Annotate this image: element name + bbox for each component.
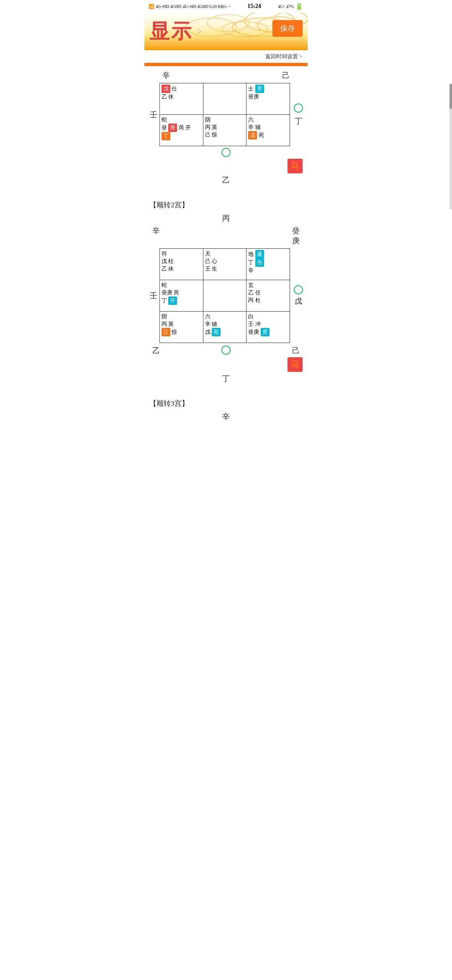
badge-si: 死 bbox=[212, 328, 221, 336]
char-zhu: 柱 bbox=[168, 258, 174, 264]
cell-mid-left: 蛇 癸 庚 芮 开 丁 bbox=[160, 115, 203, 146]
battery-icon: 🔋 bbox=[295, 3, 303, 10]
char-xin2: 心 bbox=[212, 258, 217, 264]
char-she2: 蛇 bbox=[162, 282, 167, 288]
dir2-bot-left: 乙 bbox=[150, 346, 162, 356]
section2-heading: 【顺转2宫】 bbox=[149, 200, 304, 210]
char-gui: 癸 bbox=[162, 124, 167, 131]
section2-grid-wrapper: 壬 符 戊 柱 乙 休 天 己 心 王 生 地 bbox=[148, 248, 304, 343]
status-time: 15:24 bbox=[247, 3, 261, 10]
dir2-top-right: 癸庚 bbox=[290, 226, 302, 246]
cell2-mid-mid bbox=[203, 280, 247, 312]
horse-badge-2: 马 bbox=[288, 357, 303, 372]
status-left: 📶 4G+HD 4GHD 4G+HD 4GHD 0.20 KB/s ··· bbox=[149, 4, 231, 9]
section3-heading: 【顺转3宫】 bbox=[149, 399, 304, 408]
status-carrier: 4G+HD 4GHD bbox=[156, 4, 181, 9]
char-ying2: 英 bbox=[168, 321, 174, 327]
table-row: 戊 仕 乙 休 士 景 癸庚 bbox=[160, 83, 290, 115]
return-link[interactable]: 返回时间设置 > bbox=[144, 50, 308, 63]
char-bing3: 丙 bbox=[162, 321, 167, 327]
dir3-top: 辛 bbox=[148, 412, 304, 422]
save-button[interactable]: 保存 bbox=[272, 20, 303, 37]
svg-point-5 bbox=[186, 18, 236, 36]
circle-below bbox=[221, 148, 231, 157]
circle2-below bbox=[221, 346, 231, 355]
char-fu: 辅 bbox=[255, 124, 261, 130]
table-row: 蛇 癸 庚 芮 开 丁 阴 丙 英 己 惊 六 辛 辅 bbox=[160, 115, 290, 146]
section2-grid: 符 戊 柱 乙 休 天 己 心 王 生 地 蓬 丁 bbox=[159, 248, 290, 343]
char-liu2: 六 bbox=[205, 313, 211, 320]
char-jing3: 惊 bbox=[172, 329, 177, 335]
badge-ding: 丁 bbox=[162, 132, 170, 140]
char-wang2: 壬 bbox=[248, 321, 254, 327]
char-di: 地 bbox=[248, 251, 254, 257]
section1-grid-wrapper: 壬 戊 仕 乙 休 士 景 癸庚 蛇 癸 bbox=[148, 83, 304, 146]
dir2-right: 戊 bbox=[293, 296, 304, 306]
char-ji2: 己 bbox=[205, 258, 211, 264]
circle2-right bbox=[294, 285, 303, 294]
char-yin: 阴 bbox=[205, 116, 211, 123]
char-guigen2: 癸庚 bbox=[162, 289, 172, 296]
char-xiu: 休 bbox=[168, 93, 174, 100]
header-arrow[interactable]: > bbox=[197, 26, 202, 37]
char-ji: 己 bbox=[205, 132, 211, 138]
circle-right-top bbox=[294, 103, 303, 113]
dir2-top: 丙 bbox=[148, 213, 304, 223]
char-wu3: 戊 bbox=[162, 258, 167, 264]
cell-top-right: 士 景 癸庚 bbox=[247, 83, 290, 115]
orange-divider bbox=[144, 63, 308, 66]
dir-bottom: 乙 bbox=[148, 175, 304, 185]
dir2-left: 壬 bbox=[148, 291, 159, 301]
table-row: 符 戊 柱 乙 休 天 己 心 王 生 地 蓬 丁 bbox=[160, 249, 290, 280]
char-xin3: 辛 bbox=[248, 267, 254, 273]
cell-top-left: 戊 仕 乙 休 bbox=[160, 83, 203, 115]
cell2-bot-mid: 六 辛 辅 戊 死 bbox=[203, 312, 247, 343]
badge-wu2: 戊 bbox=[248, 131, 257, 139]
char-yi3: 乙 bbox=[248, 289, 254, 296]
cell-mid-right: 六 辛 辅 戊 死 bbox=[247, 115, 290, 146]
char-chong: 冲 bbox=[255, 321, 261, 327]
dir2-bot-right: 己 bbox=[290, 346, 302, 356]
cell-top-mid bbox=[203, 83, 247, 115]
char-bing2: 丙 bbox=[248, 297, 254, 303]
badge-kai: 开 bbox=[168, 297, 177, 305]
badge-ji2: 己 bbox=[162, 328, 170, 336]
table-row: 蛇 癸庚 芮 丁 开 玄 乙 任 丙 杜 bbox=[160, 280, 290, 312]
badge-wu: 戊 bbox=[162, 85, 170, 93]
section1-grid: 戊 仕 乙 休 士 景 癸庚 蛇 癸 庚 芮 开 bbox=[159, 83, 290, 146]
signal-icon: 📶 bbox=[149, 4, 154, 9]
char-ding2: 丁 bbox=[248, 259, 254, 266]
char-yi: 乙 bbox=[162, 93, 167, 100]
cell2-top-mid: 天 己 心 王 生 bbox=[203, 249, 247, 280]
cell-mid-mid: 阴 丙 英 己 惊 bbox=[203, 115, 247, 146]
char-ying: 英 bbox=[212, 124, 217, 130]
status-bar: 📶 4G+HD 4GHD 4G+HD 4GHD 0.20 KB/s ··· 15… bbox=[144, 0, 308, 13]
char-xuan: 玄 bbox=[248, 282, 254, 288]
char-kai: 开 bbox=[185, 124, 191, 131]
dir-top-right: 己 bbox=[280, 70, 292, 80]
section3: 【顺转3宫】 辛 bbox=[144, 390, 308, 428]
cell2-bot-right: 白 壬 冲 癸庚 景 bbox=[247, 312, 290, 343]
char-she: 蛇 bbox=[162, 116, 167, 123]
char-ding3: 丁 bbox=[162, 297, 167, 304]
section2: 【顺转2宫】 丙 辛 癸庚 壬 符 戊 柱 乙 休 天 己 心 bbox=[144, 192, 308, 390]
char-guigen3: 癸庚 bbox=[248, 329, 259, 335]
char-bai: 白 bbox=[248, 313, 254, 320]
header-title: 显示 bbox=[149, 18, 193, 45]
section1: 辛 己 壬 戊 仕 乙 休 士 景 癸庚 bbox=[144, 67, 308, 192]
char-ren: 任 bbox=[255, 289, 261, 296]
char-sheng: 生 bbox=[212, 266, 217, 272]
dir-left: 壬 bbox=[148, 110, 159, 120]
char-si: 死 bbox=[259, 132, 264, 138]
badge-shang: 伤 bbox=[255, 258, 264, 267]
dir2-top-left: 辛 bbox=[150, 226, 162, 246]
dir-right: 丁 bbox=[293, 116, 304, 126]
char-rui2: 芮 bbox=[174, 289, 179, 296]
char-fu: 符 bbox=[162, 250, 167, 257]
dir2-bottom: 丁 bbox=[148, 374, 304, 384]
char-xiu2: 休 bbox=[168, 266, 174, 272]
char-bing: 丙 bbox=[205, 124, 211, 130]
cell2-mid-right: 玄 乙 任 丙 杜 bbox=[247, 280, 290, 312]
char-rui: 芮 bbox=[179, 124, 184, 131]
char-tian: 天 bbox=[205, 250, 211, 257]
